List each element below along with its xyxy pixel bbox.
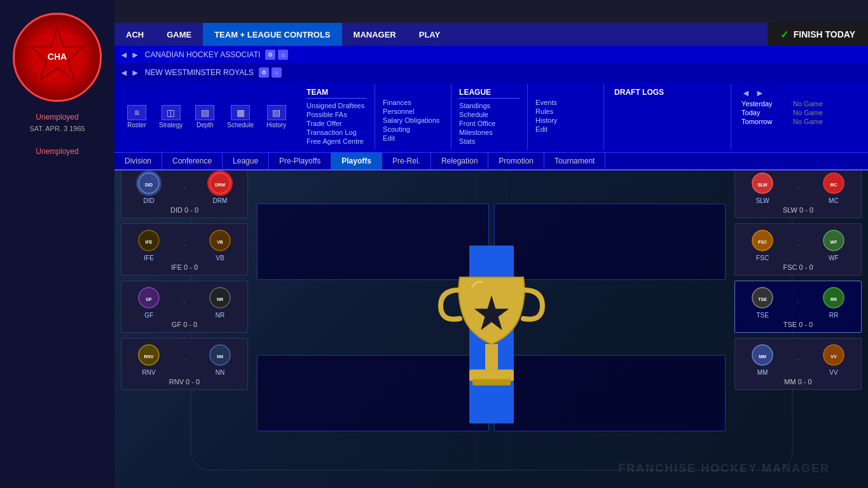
- menu-front-office[interactable]: Front Office: [459, 119, 520, 128]
- vs-4: -: [183, 356, 185, 363]
- score-mm-vv: MM 0 - 0: [739, 378, 857, 386]
- team-logo-fsc: FSC: [750, 228, 775, 253]
- sidebar: CHA Unemployed SAT. APR. 3 1965 Unemploy…: [0, 0, 114, 488]
- svg-text:MM: MM: [759, 354, 766, 359]
- strategy-button[interactable]: ◫ Strategy: [159, 105, 183, 129]
- match-gf-nr[interactable]: GF GF - NR NR GF 0 - 0: [121, 281, 248, 333]
- menu-salary-obligations[interactable]: Salary Obligations: [383, 116, 443, 125]
- vs-7: -: [797, 298, 799, 305]
- tab-playoffs[interactable]: Playoffs: [331, 153, 382, 169]
- vs-6: -: [797, 241, 799, 248]
- menu-possible-fas[interactable]: Possible FAs: [307, 110, 367, 119]
- depth-icon: ▤: [195, 105, 214, 120]
- roster-button[interactable]: ≡ Roster: [127, 105, 146, 129]
- menu-overlay: ACH GAME TEAM + LEAGUE CONTROLS MANAGER …: [114, 23, 868, 171]
- menu-unsigned-draftees[interactable]: Unsigned Draftees: [307, 101, 367, 110]
- team-abbr-rnv: RNV: [142, 369, 156, 376]
- home-icon-2[interactable]: ⌂: [272, 67, 282, 78]
- schedule-next[interactable]: ►: [755, 88, 764, 98]
- tab-pre-rel[interactable]: Pre-Rel.: [382, 153, 431, 169]
- match-ife-vb[interactable]: IFE IFE - VB VB IFE 0 - 0: [121, 223, 248, 275]
- svg-rect-21: [472, 379, 511, 386]
- home-icon[interactable]: ⌂: [278, 50, 288, 60]
- depth-button[interactable]: ▤ Depth: [195, 105, 214, 129]
- team-slot-did: DID DID: [136, 171, 162, 204]
- nav-right-arrow-2[interactable]: ►: [131, 67, 140, 78]
- match-fsc-wf[interactable]: FSC FSC - WF WF FSC 0 - 0: [734, 223, 862, 275]
- menu-personnel[interactable]: Personnel: [383, 107, 443, 116]
- team-abbr-tse: TSE: [756, 312, 768, 319]
- team-abbr-vb: VB: [216, 254, 224, 261]
- team-logo-gf: GF: [136, 285, 162, 310]
- menu-rules[interactable]: Rules: [535, 107, 596, 116]
- team-slot-drm: DRM DRM: [207, 171, 233, 204]
- nav-icons-row2: ⚙ ⌂: [259, 67, 282, 78]
- menu-edit-team[interactable]: Edit: [383, 134, 443, 143]
- finish-today-button[interactable]: ✓ FINISH TODAY: [768, 23, 868, 46]
- settings-icon-2[interactable]: ⚙: [259, 67, 269, 78]
- match-did-drm[interactable]: DID DID - DRM DRM DID 0 - 0: [121, 166, 248, 218]
- match-mm-vv[interactable]: MM MM - VV VV MM 0 - 0: [734, 338, 862, 390]
- score-ife-vb: IFE 0 - 0: [125, 263, 244, 271]
- league-dropdown-panel: LEAGUE Standings Schedule Front Office M…: [451, 84, 528, 150]
- menu-finances[interactable]: Finances: [383, 98, 443, 107]
- settings-icon[interactable]: ⚙: [265, 50, 275, 60]
- menu-scouting[interactable]: Scouting: [383, 125, 443, 134]
- vs-3: -: [183, 298, 185, 305]
- match-rnv-nn[interactable]: RNV RNV - NN NN RNV 0 - 0: [121, 338, 248, 390]
- team-logo-mc: MC: [821, 171, 846, 196]
- team-logo-rnv: RNV: [136, 342, 162, 368]
- nav-tab-play[interactable]: PLAY: [408, 23, 451, 46]
- team-logo-did: DID: [136, 171, 162, 196]
- menu-standings[interactable]: Standings: [459, 101, 520, 110]
- history-button[interactable]: ▤ History: [266, 105, 286, 129]
- tab-conference[interactable]: Conference: [162, 153, 223, 169]
- tab-relegation[interactable]: Relegation: [431, 153, 488, 169]
- match-tse-rr[interactable]: TSE TSE - RR RR TSE 0 - 0: [734, 281, 862, 333]
- nav-tab-manager[interactable]: MANAGER: [342, 23, 408, 46]
- tab-promotion[interactable]: Promotion: [488, 153, 544, 169]
- team-logo-drm: DRM: [207, 171, 233, 196]
- svg-text:NN: NN: [217, 354, 223, 359]
- menu-trade-offer[interactable]: Trade Offer: [307, 119, 367, 128]
- menu-stats[interactable]: Stats: [459, 137, 520, 146]
- nav-left-arrow[interactable]: ◄: [120, 50, 128, 60]
- svg-text:VB: VB: [217, 240, 223, 244]
- schedule-prev[interactable]: ◄: [741, 88, 750, 98]
- nav-tab-game[interactable]: GAME: [155, 23, 203, 46]
- tab-pre-playoffs[interactable]: Pre-Playoffs: [269, 153, 331, 169]
- team-abbr-mm: MM: [757, 369, 768, 376]
- history-label: History: [266, 122, 286, 129]
- svg-text:VV: VV: [830, 354, 837, 359]
- menu-free-agent-centre[interactable]: Free Agent Centre: [307, 137, 367, 146]
- menu-history[interactable]: History: [535, 116, 596, 125]
- team-link-nwr[interactable]: NEW WESTMINSTER ROYALS: [145, 68, 254, 77]
- menu-transaction-log[interactable]: Transaction Log: [307, 128, 367, 137]
- team-slot-mm: MM MM: [750, 342, 775, 376]
- menu-events[interactable]: Events: [535, 98, 596, 107]
- tab-league[interactable]: League: [223, 153, 269, 169]
- menu-edit-league[interactable]: Edit: [535, 125, 596, 134]
- svg-text:WF: WF: [830, 240, 837, 244]
- menu-schedule[interactable]: Schedule: [459, 110, 520, 119]
- bracket-area: FRANCHISE HOCKEY MANAGER DID DID - DRM: [114, 147, 868, 488]
- svg-text:RNV: RNV: [144, 354, 154, 359]
- nav-row-2: ◄ ► NEW WESTMINSTER ROYALS ⚙ ⌂: [114, 64, 868, 81]
- nav-tab-team-league[interactable]: TEAM + LEAGUE CONTROLS: [203, 23, 341, 46]
- nav-left-arrow-2[interactable]: ◄: [120, 67, 128, 78]
- nav-tab-ach[interactable]: ACH: [114, 23, 155, 46]
- tab-division[interactable]: Division: [114, 153, 162, 169]
- team-logo-ife: IFE: [136, 228, 162, 253]
- employment-status: Unemployed: [29, 111, 85, 123]
- score-gf-nr: GF 0 - 0: [125, 321, 244, 328]
- tomorrow-value: No Game: [793, 118, 823, 125]
- icon-toolbar: ≡ Roster ◫ Strategy ▤ Depth ▦ Schedule ▤…: [114, 81, 868, 153]
- tab-tournament[interactable]: Tournament: [544, 153, 605, 169]
- match-slw-mc[interactable]: SLW SLW - MC MC SLW 0 - 0: [734, 166, 862, 218]
- team-link-cha[interactable]: CANADIAN HOCKEY ASSOCIATI: [145, 50, 261, 59]
- nav-right-arrow[interactable]: ►: [131, 50, 140, 60]
- schedule-button[interactable]: ▦ Schedule: [227, 105, 254, 129]
- game-date: SAT. APR. 3 1965: [29, 123, 85, 135]
- menu-milestones[interactable]: Milestones: [459, 128, 520, 137]
- schedule-label: Schedule: [227, 122, 254, 129]
